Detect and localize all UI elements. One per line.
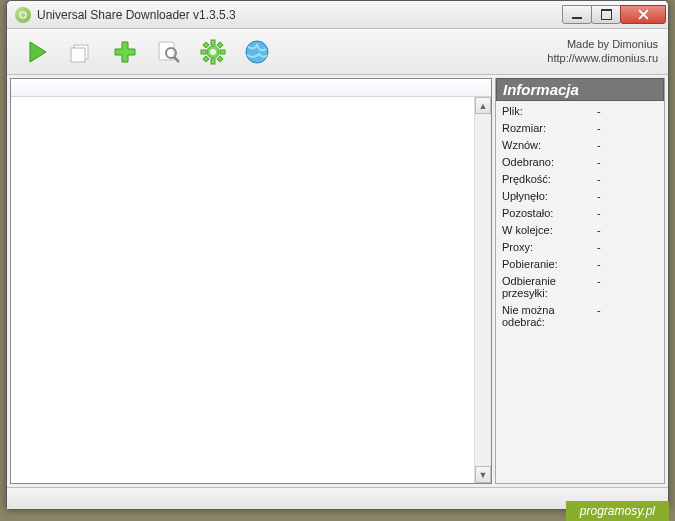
close-button[interactable] xyxy=(620,5,666,24)
info-value: - xyxy=(597,173,601,185)
play-icon xyxy=(24,39,50,65)
info-row: Pozostało:- xyxy=(502,207,658,219)
info-row: Odebrano:- xyxy=(502,156,658,168)
svg-rect-8 xyxy=(211,59,215,64)
info-body: Plik:-Rozmiar:-Wznów:-Odebrano:-Prędkość… xyxy=(496,101,664,337)
info-panel: Informacja Plik:-Rozmiar:-Wznów:-Odebran… xyxy=(495,78,665,484)
info-row: Pobieranie:- xyxy=(502,258,658,270)
info-label: Pozostało: xyxy=(502,207,597,219)
info-row: W kolejce:- xyxy=(502,224,658,236)
info-row: Upłynęło:- xyxy=(502,190,658,202)
svg-point-15 xyxy=(210,49,216,55)
svg-line-5 xyxy=(174,57,179,62)
info-value: - xyxy=(597,122,601,134)
stop-icon xyxy=(68,39,94,65)
svg-rect-10 xyxy=(220,50,225,54)
info-row: Plik:- xyxy=(502,105,658,117)
info-value: - xyxy=(597,207,601,219)
svg-rect-9 xyxy=(201,50,206,54)
info-value: - xyxy=(597,241,601,253)
svg-rect-11 xyxy=(203,42,209,48)
svg-rect-12 xyxy=(217,56,223,62)
info-value: - xyxy=(597,275,601,299)
info-row: Nie można odebrać:- xyxy=(502,304,658,328)
window-controls xyxy=(563,5,666,24)
svg-rect-14 xyxy=(203,56,209,62)
info-value: - xyxy=(597,304,601,328)
info-row: Proxy:- xyxy=(502,241,658,253)
svg-rect-7 xyxy=(211,40,215,45)
scroll-up-button[interactable]: ▲ xyxy=(475,97,491,114)
maximize-button[interactable] xyxy=(591,5,621,24)
info-label: Nie można odebrać: xyxy=(502,304,597,328)
start-button[interactable] xyxy=(17,32,57,72)
info-label: W kolejce: xyxy=(502,224,597,236)
info-value: - xyxy=(597,224,601,236)
settings-button[interactable] xyxy=(193,32,233,72)
search-button[interactable] xyxy=(149,32,189,72)
info-label: Proxy: xyxy=(502,241,597,253)
web-button[interactable] xyxy=(237,32,277,72)
titlebar[interactable]: Universal Share Downloader v1.3.5.3 xyxy=(7,1,668,29)
add-button[interactable] xyxy=(105,32,145,72)
info-row: Rozmiar:- xyxy=(502,122,658,134)
info-label: Wznów: xyxy=(502,139,597,151)
info-label: Pobieranie: xyxy=(502,258,597,270)
download-list[interactable]: ▲ ▼ xyxy=(10,78,492,484)
minimize-button[interactable] xyxy=(562,5,592,24)
info-label: Odebrano: xyxy=(502,156,597,168)
stop-button[interactable] xyxy=(61,32,101,72)
toolbar: Made by Dimonius http://www.dimonius.ru xyxy=(7,29,668,75)
content-area: ▲ ▼ Informacja Plik:-Rozmiar:-Wznów:-Ode… xyxy=(7,75,668,487)
app-window: Universal Share Downloader v1.3.5.3 xyxy=(6,0,669,510)
info-label: Upłynęło: xyxy=(502,190,597,202)
info-value: - xyxy=(597,139,601,151)
credits: Made by Dimonius http://www.dimonius.ru xyxy=(547,38,658,66)
info-label: Plik: xyxy=(502,105,597,117)
info-value: - xyxy=(597,156,601,168)
info-value: - xyxy=(597,105,601,117)
scroll-down-button[interactable]: ▼ xyxy=(475,466,491,483)
plus-icon xyxy=(111,38,139,66)
svg-rect-13 xyxy=(217,42,223,48)
list-header[interactable] xyxy=(11,79,491,97)
magnifier-icon xyxy=(156,39,182,65)
info-label: Prędkość: xyxy=(502,173,597,185)
credits-author: Made by Dimonius xyxy=(547,38,658,52)
app-icon xyxy=(15,7,31,23)
info-label: Odbieranie przesyłki: xyxy=(502,275,597,299)
credits-url[interactable]: http://www.dimonius.ru xyxy=(547,52,658,66)
info-row: Odbieranie przesyłki:- xyxy=(502,275,658,299)
info-panel-header: Informacja xyxy=(496,78,664,101)
scrollbar[interactable]: ▲ ▼ xyxy=(474,97,491,483)
svg-rect-2 xyxy=(71,48,85,62)
globe-icon xyxy=(244,39,270,65)
gear-icon xyxy=(199,38,227,66)
watermark: programosy.pl xyxy=(566,501,669,521)
info-value: - xyxy=(597,258,601,270)
window-title: Universal Share Downloader v1.3.5.3 xyxy=(37,8,563,22)
info-value: - xyxy=(597,190,601,202)
info-row: Prędkość:- xyxy=(502,173,658,185)
info-row: Wznów:- xyxy=(502,139,658,151)
info-label: Rozmiar: xyxy=(502,122,597,134)
svg-point-0 xyxy=(20,12,26,18)
